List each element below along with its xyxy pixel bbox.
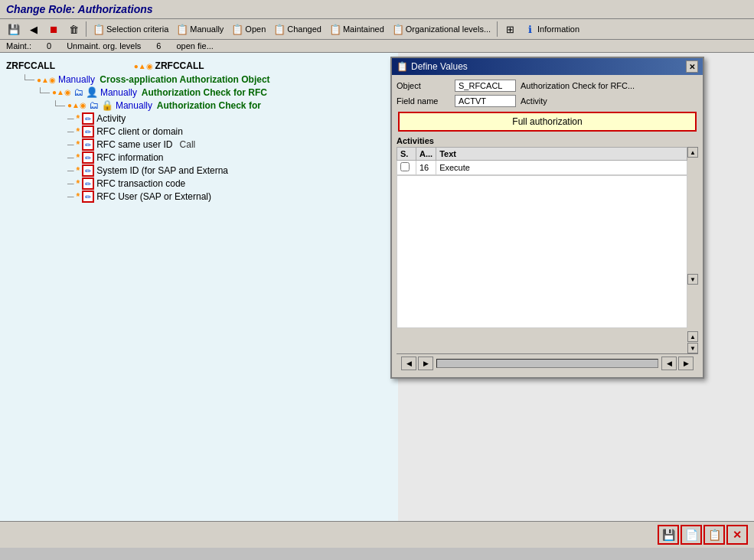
exit-icon: ⏹: [47, 23, 60, 35]
manually-toolbar-btn[interactable]: 📋 Manually: [173, 21, 227, 37]
dialog-close-btn[interactable]: ✕: [686, 60, 698, 73]
extra-scroll-up[interactable]: ▲: [687, 331, 698, 342]
edit-icon-1[interactable]: ✏: [82, 112, 94, 125]
fieldname-desc: Activity: [521, 96, 547, 106]
f-asterisk-2: *: [77, 126, 80, 137]
nav-right1-btn[interactable]: ◀: [661, 357, 677, 370]
row-checkbox[interactable]: [397, 161, 416, 175]
copy-action-icon: 📄: [685, 529, 698, 541]
l3-lock-icon: 🔒: [101, 99, 113, 111]
row-check-input[interactable]: [400, 162, 410, 171]
tree-root[interactable]: ZRFCCALL ●▲◉ ZRFCCALL: [6, 60, 392, 71]
save-action-btn[interactable]: 💾: [658, 525, 679, 545]
f-asterisk-1: *: [77, 113, 80, 124]
field-label-1: Activity: [96, 113, 126, 124]
l3-folder-icon: 🗂: [89, 99, 99, 111]
f-connector: ─: [67, 113, 74, 124]
field-row-same-user: ─ * ✏ RFC same user ID Call: [67, 138, 392, 151]
edit-icon-4[interactable]: ✏: [82, 151, 94, 164]
field-row-sysid: ─ * ✏ System ID (for SAP and Externa: [67, 164, 392, 177]
tree-node-l3[interactable]: └─ ●▲◉ 🗂 🔒 Manually Authorization Check …: [52, 99, 392, 111]
h-nav-area: ▲ ▼: [397, 331, 698, 353]
cancel-action-btn[interactable]: ✕: [726, 525, 748, 545]
edit-icon-6[interactable]: ✏: [82, 177, 94, 190]
grid-btn[interactable]: ⊞: [501, 21, 519, 37]
col-header-s: S.: [397, 148, 416, 161]
dialog-title-icon: 📋: [397, 61, 408, 72]
maint-value: 0: [47, 41, 51, 50]
selection-criteria-btn[interactable]: 📋 Selection criteria: [90, 21, 171, 37]
maint-label: Maint.:: [6, 41, 31, 50]
dialog-title-area: 📋 Define Values: [397, 61, 468, 72]
table-row: 16 Execute: [397, 161, 687, 175]
extra-v-scroll: ▲ ▼: [687, 331, 698, 353]
field-label-5: System ID (for SAP and Externa: [96, 165, 228, 176]
nav-scroll-track[interactable]: [436, 359, 658, 368]
f-asterisk-6: *: [77, 178, 80, 189]
edit-icon-7[interactable]: ✏: [82, 190, 94, 203]
field-label-4: RFC information: [96, 152, 163, 163]
info-btn[interactable]: ℹ Information: [521, 21, 583, 37]
edit-icon-5[interactable]: ✏: [82, 164, 94, 177]
dialog-body: Object S_RFCACL Authorization Check for …: [392, 75, 703, 377]
field-row-activity: ─ * ✏ Activity: [67, 112, 392, 125]
scroll-up-arrow[interactable]: ▲: [687, 147, 698, 158]
fieldname-value: ACTVT: [455, 95, 516, 107]
org-levels-btn[interactable]: 📋 Organizational levels...: [389, 21, 494, 37]
trash-toolbar-btn[interactable]: 🗑: [64, 21, 83, 37]
tree-node-l1[interactable]: └─ ●▲◉ Manually Cross-application Author…: [21, 74, 392, 85]
scroll-down-arrow[interactable]: ▼: [687, 274, 698, 285]
v-scrollbar[interactable]: ▲ ▼: [687, 147, 698, 285]
paste-action-icon: 📋: [708, 529, 721, 541]
status-bar: Maint.: 0 Unmaint. org. levels 6 open fi…: [0, 40, 754, 53]
back-toolbar-btn[interactable]: ◀: [24, 21, 43, 37]
root-oa-icon: ●▲◉: [134, 62, 153, 70]
open-toolbar-btn[interactable]: 📋 Open: [228, 21, 269, 37]
col-header-text: Text: [436, 148, 687, 161]
back-icon: ◀: [28, 23, 40, 35]
edit-icon-3[interactable]: ✏: [82, 138, 94, 151]
connector-l3: └─: [52, 100, 65, 111]
f-connector: ─: [67, 152, 74, 163]
l2-person-icon: 👤: [86, 86, 98, 98]
activities-section: Activities S. A... Text: [397, 136, 698, 328]
tree-panel: ZRFCCALL ●▲◉ ZRFCCALL └─ ●▲◉ Manually Cr…: [0, 53, 398, 548]
cancel-action-icon: ✕: [733, 529, 742, 541]
l2-folder-icon: 🗂: [73, 86, 83, 98]
f-connector: ─: [67, 165, 74, 176]
org-levels-label: Organizational levels...: [406, 24, 491, 34]
col-header-a: A...: [416, 148, 436, 161]
nav-prev-btn[interactable]: ◀: [401, 357, 416, 370]
row-code: 16: [416, 161, 436, 175]
root-right-label: ZRFCCALL: [155, 60, 204, 71]
nav-next-btn[interactable]: ▶: [418, 357, 433, 370]
object-value: S_RFCACL: [455, 80, 516, 92]
changed-toolbar-btn[interactable]: 📋 Changed: [270, 21, 325, 37]
full-auth-btn[interactable]: Full authorization: [398, 112, 697, 132]
field-label-3: RFC same user ID: [96, 139, 172, 150]
f-asterisk-3: *: [77, 139, 80, 150]
save-toolbar-btn[interactable]: 💾: [5, 21, 23, 37]
page-title: Change Role: Authorizations: [6, 3, 153, 15]
exit-toolbar-btn[interactable]: ⏹: [44, 21, 63, 37]
copy-action-btn[interactable]: 📄: [681, 525, 702, 545]
connector-l2: └─: [37, 87, 50, 98]
open-label: Open: [245, 24, 266, 34]
paste-action-btn[interactable]: 📋: [703, 525, 725, 545]
sep2: [497, 21, 498, 37]
maintained-label: Maintained: [343, 24, 384, 34]
define-values-dialog: 📋 Define Values ✕ Object S_RFCACL Author…: [390, 57, 704, 379]
tree-node-l2[interactable]: └─ ●▲◉ 🗂 👤 Manually Authorization Check …: [37, 86, 392, 98]
bottom-action-bar: 💾 📄 📋 ✕: [0, 521, 754, 548]
l3-desc: Authorization Check for: [155, 100, 261, 111]
f-asterisk-4: *: [77, 152, 80, 163]
extra-scroll-down[interactable]: ▼: [687, 343, 698, 353]
open-field-label: open fie...: [176, 41, 213, 50]
edit-icon-2[interactable]: ✏: [82, 125, 94, 138]
nav-right2-btn[interactable]: ▶: [678, 357, 694, 370]
maintained-toolbar-btn[interactable]: 📋 Maintained: [326, 21, 387, 37]
manually-label: Manually: [190, 24, 224, 34]
field-row-user: ─ * ✏ RFC User (SAP or External): [67, 190, 392, 203]
l2-desc: Authorization Check for RFC: [139, 87, 267, 98]
manually-icon: 📋: [176, 23, 188, 35]
